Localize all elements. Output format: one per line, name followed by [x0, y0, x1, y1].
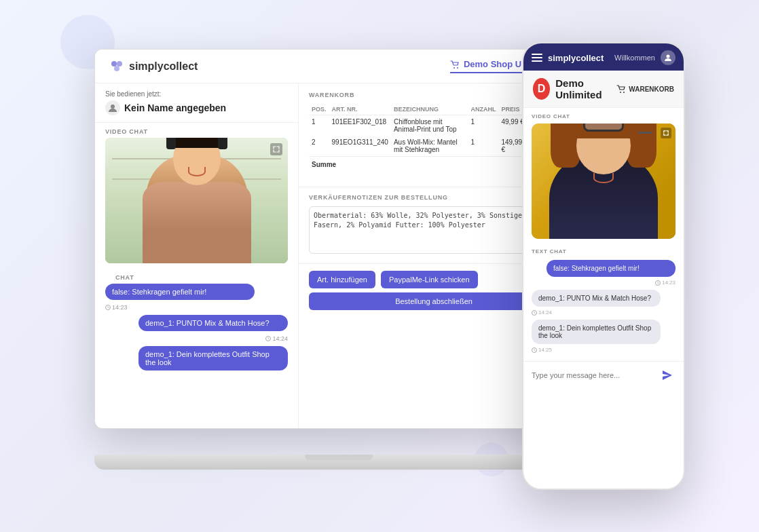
serving-user: Kein Name angegeben: [95, 100, 298, 123]
warenkorb-label: WARENKORB: [629, 86, 674, 93]
total-label: Summe: [309, 157, 527, 179]
cart-icon-phone: [616, 85, 626, 93]
svg-point-2: [114, 66, 119, 71]
phone-time-1: 14:23: [532, 280, 675, 286]
expand-icon: [273, 146, 280, 153]
send-button[interactable]: [659, 367, 675, 383]
video-frame: [105, 138, 288, 263]
phone-bubble-mine-1: false: Stehkragen gefielt mir!: [547, 260, 675, 277]
phone-text-chat: TEXT CHAT false: Stehkragen gefielt mir!…: [523, 244, 684, 361]
phone-mockup: simplycollect Willkommen D Demo Unlimite…: [522, 42, 685, 490]
app-content: Sie bedienen jetzt: Kein Name angegeben …: [95, 83, 569, 428]
phone-time-2: 14:24: [532, 309, 675, 316]
laptop-base: [94, 455, 583, 470]
serving-label: Sie bedienen jetzt:: [95, 83, 298, 100]
svg-point-5: [111, 104, 115, 109]
col-pos: POS.: [309, 104, 329, 115]
phone-video-section: VIDEO CHAT: [523, 108, 684, 244]
logo-icon: [109, 58, 125, 75]
svg-point-4: [457, 67, 458, 69]
cart-total-row: Summe 199,98 €: [309, 157, 559, 179]
chat-time-1: 14:23: [105, 304, 288, 311]
phone-time-3: 14:25: [532, 347, 675, 353]
hamburger-line-2: [532, 57, 542, 58]
phone-video-label: VIDEO CHAT: [532, 113, 675, 119]
laptop-screen: simplycollect Demo Shop Unlimited Sie be…: [94, 49, 570, 429]
shop-name: Demo Unlimited: [555, 77, 616, 100]
expand-video-icon[interactable]: [270, 143, 282, 155]
svg-point-10: [620, 92, 621, 93]
expand-icon-phone: [663, 130, 669, 136]
clock-icon-p3: [532, 347, 537, 353]
clock-icon-p1: [655, 280, 661, 286]
video-chat-label: VIDEO CHAT: [95, 123, 298, 138]
svg-point-0: [111, 61, 117, 66]
chat-bubble-received-1: false: Stehkragen gefielt mir!: [105, 284, 255, 300]
person-icon: [108, 103, 117, 113]
video-chat-section: VIDEO CHAT: [95, 123, 298, 263]
chat-message-1: false: Stehkragen gefielt mir! 14:23: [105, 284, 288, 311]
col-bez: BEZEICHNUNG: [391, 104, 468, 115]
phone-input-area: [523, 361, 684, 389]
phone-shop-header: D Demo Unlimited WARENKORB: [523, 71, 684, 108]
app-logo-text: simplycollect: [129, 60, 198, 73]
hamburger-line-3: [532, 60, 542, 62]
phone-chat-label: TEXT CHAT: [532, 248, 675, 254]
chat-message-2: demo_1: PUNTO Mix & Match Hose? 14:24: [105, 315, 288, 342]
headset-mic: [638, 132, 652, 134]
complete-order-button[interactable]: Bestellung abschließen: [309, 292, 559, 310]
hamburger-line-1: [532, 54, 542, 55]
clock-icon-2: [265, 336, 271, 341]
user-circle-icon[interactable]: [661, 50, 675, 65]
add-article-button[interactable]: Art. hinzufügen: [309, 271, 375, 288]
laptop-notch: [305, 455, 373, 460]
btn-row-1: Art. hinzufügen PaypalMe-Link schicken: [309, 271, 559, 288]
notizen-title: VERKÄUFERNOTIZEN ZUR BESTELLUNG: [309, 194, 559, 201]
row1-bez: Chiffonbluse mit Animal-Print und Top: [391, 115, 468, 136]
shop-logo-area: D Demo Unlimited: [533, 77, 616, 100]
warenkorb-title: WARENKORB: [309, 92, 559, 98]
user-avatar-icon: [105, 100, 120, 115]
paypal-button[interactable]: PaypalMe-Link schicken: [381, 271, 478, 288]
chat-bubble-sent-3: demo_1: Dein komplettes Outfit Shop the …: [138, 346, 288, 370]
phone-bubble-theirs-3: demo_1: Dein komplettes Outfit Shop the …: [532, 320, 661, 344]
row1-anz: 1: [468, 115, 498, 136]
phone-bubble-theirs-2: demo_1: PUNTO Mix & Match Hose?: [532, 290, 661, 307]
cart-table: POS. ART. NR. BEZEICHNUNG ANZAHL PREIS G…: [309, 104, 559, 178]
app-header: simplycollect Demo Shop Unlimited: [95, 50, 569, 83]
phone-chat-msg-2: demo_1: PUNTO Mix & Match Hose? 14:24: [532, 290, 675, 316]
table-row: 1 101EE1F302_018 Chiffonbluse mit Animal…: [309, 115, 559, 136]
row2-pos: 2: [309, 136, 329, 157]
chat-bubble-sent-2: demo_1: PUNTO Mix & Match Hose?: [138, 315, 288, 331]
cart-icon: [450, 60, 460, 69]
chat-message-3: demo_1: Dein komplettes Outfit Shop the …: [105, 346, 288, 370]
svg-point-1: [117, 61, 122, 66]
hamburger-icon[interactable]: [532, 54, 542, 62]
row1-art: 101EE1F302_018: [329, 115, 391, 136]
table-row: 2 991EO1G311_240 Aus Woll-Mix: Mantel mi…: [309, 136, 559, 157]
phone-expand-icon[interactable]: [661, 128, 671, 138]
svg-point-11: [623, 92, 625, 93]
serving-name: Kein Name angegeben: [124, 102, 226, 113]
left-panel: Sie bedienen jetzt: Kein Name angegeben …: [95, 83, 299, 428]
welcome-text: Willkommen: [614, 54, 655, 62]
message-input[interactable]: [532, 371, 654, 379]
chat-section: CHAT false: Stehkragen gefielt mir! 14:2…: [95, 263, 298, 428]
row2-bez: Aus Woll-Mix: Mantel mit Stehkragen: [391, 136, 468, 157]
phone-chat-msg-3: demo_1: Dein komplettes Outfit Shop the …: [532, 320, 675, 353]
svg-point-9: [667, 55, 670, 58]
row1-pos: 1: [309, 115, 329, 136]
app-footer: © 2020 planBLICK GmbH. Datenschutzeinste…: [95, 428, 569, 429]
clock-icon-p2: [532, 310, 537, 316]
phone-header-right: Willkommen: [614, 50, 675, 65]
phone-chat-msg-1: false: Stehkragen gefielt mir! 14:23: [532, 260, 675, 286]
warenkorb-button[interactable]: WARENKORB: [616, 85, 674, 93]
svg-point-3: [453, 67, 455, 69]
notizen-textarea[interactable]: [309, 206, 559, 254]
agent-glasses: [583, 124, 624, 132]
shop-logo-circle: D: [533, 78, 550, 100]
row2-anz: 1: [468, 136, 498, 157]
user-icon: [664, 54, 672, 62]
send-icon: [661, 369, 673, 381]
phone-header-left: simplycollect: [532, 53, 604, 63]
